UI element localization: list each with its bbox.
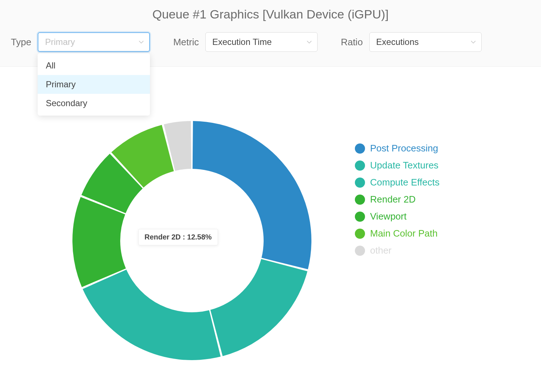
legend-label: Viewport	[370, 211, 407, 222]
legend-item[interactable]: Update Textures	[355, 160, 440, 171]
donut-chart: Render 2D : 12.58%	[43, 92, 340, 389]
donut-slice[interactable]	[83, 270, 221, 360]
controls-row: Type Primary All Primary Secondary Metri…	[11, 32, 530, 52]
ratio-label: Ratio	[341, 37, 363, 48]
legend-item[interactable]: Post Processing	[355, 143, 440, 154]
type-select-wrap: Primary All Primary Secondary	[38, 32, 150, 52]
ratio-select-value: Executions	[376, 37, 419, 47]
legend-item[interactable]: Viewport	[355, 211, 440, 222]
type-option-primary[interactable]: Primary	[38, 75, 150, 94]
ratio-select[interactable]: Executions	[369, 32, 482, 52]
type-label: Type	[11, 37, 31, 48]
legend-item[interactable]: other	[355, 245, 440, 256]
legend-swatch	[355, 229, 365, 239]
metric-label: Metric	[173, 37, 199, 48]
legend-label: Render 2D	[370, 194, 416, 205]
legend-swatch	[355, 246, 365, 256]
legend-swatch	[355, 195, 365, 205]
type-option-all[interactable]: All	[38, 56, 150, 75]
metric-select-value: Execution Time	[212, 37, 272, 47]
page-title: Queue #1 Graphics [Vulkan Device (iGPU)]	[11, 7, 530, 21]
legend-label: Main Color Path	[370, 228, 437, 239]
type-dropdown: All Primary Secondary	[38, 53, 150, 116]
chevron-down-icon	[306, 37, 312, 47]
legend-label: Update Textures	[370, 160, 439, 171]
metric-select[interactable]: Execution Time	[205, 32, 318, 52]
legend-swatch	[355, 212, 365, 222]
donut-slice[interactable]	[193, 121, 311, 269]
legend-swatch	[355, 178, 365, 188]
chevron-down-icon	[138, 37, 144, 47]
type-select-value: Primary	[45, 37, 75, 47]
legend-item[interactable]: Compute Effects	[355, 177, 440, 188]
legend-item[interactable]: Main Color Path	[355, 228, 440, 239]
legend-swatch	[355, 160, 365, 171]
header-bar: Queue #1 Graphics [Vulkan Device (iGPU)]…	[0, 0, 541, 67]
legend-label: Compute Effects	[370, 177, 440, 188]
chevron-down-icon	[470, 37, 476, 47]
legend: Post ProcessingUpdate TexturesCompute Ef…	[340, 92, 440, 389]
type-select[interactable]: Primary	[38, 32, 150, 52]
legend-swatch	[355, 143, 365, 154]
type-option-secondary[interactable]: Secondary	[38, 94, 150, 113]
legend-label: Post Processing	[370, 143, 438, 154]
legend-label: other	[370, 245, 391, 256]
legend-item[interactable]: Render 2D	[355, 194, 440, 205]
chart-tooltip: Render 2D : 12.58%	[138, 229, 218, 245]
donut-slice[interactable]	[210, 259, 307, 356]
